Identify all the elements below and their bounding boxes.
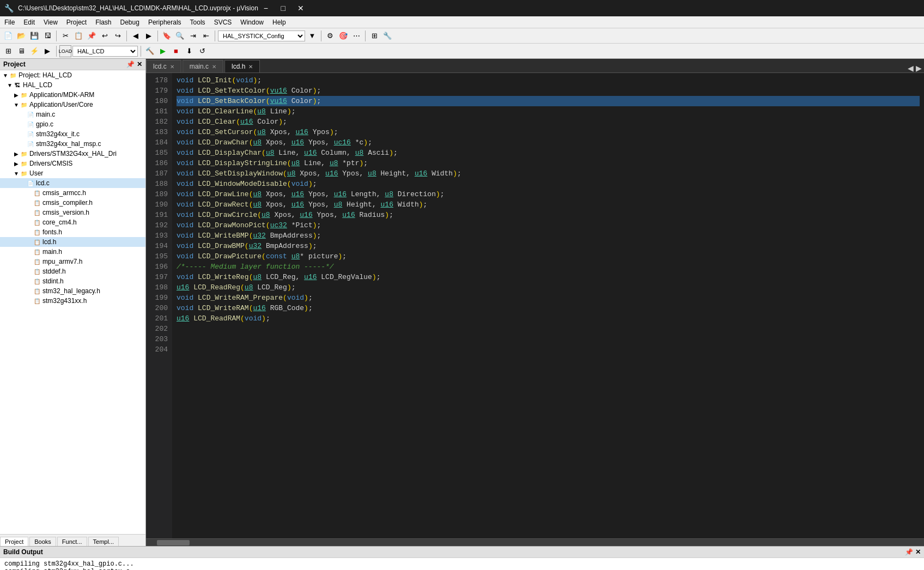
menu-item-svcs[interactable]: SVCS [210,17,236,27]
tree-item-10[interactable]: 📄lcd.c [0,178,145,188]
tab-close-btn[interactable]: ✕ [248,64,253,70]
build-output-content: compiling stm32g4xx_hal_gpio.c...compili… [0,558,924,570]
tb2-btn1[interactable]: ⊞ [2,45,14,57]
build-pin-btn[interactable]: 📌 [905,548,913,556]
tree-item-6[interactable]: 📄stm32g4xx_hal_msp.c [0,139,145,149]
menu-item-project[interactable]: Project [62,17,91,27]
nav-fwd-btn[interactable]: ▶ [143,30,155,42]
tb2-download[interactable]: ⬇ [183,45,195,57]
tb2-build[interactable]: 🔨 [144,45,156,57]
save-all-btn[interactable]: 🖫 [41,30,53,42]
grid-btn[interactable]: ⊞ [368,30,380,42]
new-file-btn[interactable]: 📄 [2,30,14,42]
project-tab-2[interactable]: Funct... [57,537,87,546]
bookmark-btn[interactable]: 🔖 [161,30,173,42]
tab-arrow-left[interactable]: ◀ [908,64,914,72]
redo-btn[interactable]: ↪ [112,30,124,42]
menu-item-view[interactable]: View [39,17,62,27]
cut-btn[interactable]: ✂ [59,30,71,42]
tb2-btn4[interactable]: ▶ [41,45,53,57]
paste-btn[interactable]: 📌 [86,30,98,42]
tree-item-2[interactable]: ▼📁Application/User/Core [0,100,145,110]
tree-item-4[interactable]: 📄gpio.c [0,119,145,129]
project-tab-3[interactable]: Templ... [88,537,119,546]
nav-back-btn[interactable]: ◀ [130,30,142,42]
target-btn[interactable]: 🎯 [337,30,349,42]
config-btn[interactable]: ⚙ [324,30,336,42]
tree-item-5[interactable]: 📄stm32g4xx_it.c [0,129,145,139]
project-tab-0[interactable]: Project [0,537,28,546]
line-num-180: 180 [150,96,168,106]
tab-arrow-right[interactable]: ▶ [916,64,922,72]
menu-item-flash[interactable]: Flash [91,17,115,27]
menu-item-tools[interactable]: Tools [186,17,210,27]
more-btn[interactable]: ⋯ [350,30,362,42]
tree-item-3[interactable]: 📄main.c [0,110,145,119]
menu-item-window[interactable]: Window [236,17,268,27]
tree-item-11[interactable]: 📋cmsis_armcc.h [0,188,145,198]
tree-item-21[interactable]: 📋stm32_hal_legacy.h [0,286,145,296]
code-line-195: void LCD_DrawBMP(u32 BmpAddress); [177,241,920,251]
tree-item-8[interactable]: ▶📁Drivers/CMSIS [0,159,145,168]
find-btn[interactable]: 🔍 [174,30,186,42]
build-close-btn[interactable]: ✕ [915,548,921,556]
tree-item-17[interactable]: 📋main.h [0,247,145,257]
tree-item-20[interactable]: 📋stdint.h [0,276,145,286]
tree-item-14[interactable]: 📋core_cm4.h [0,217,145,227]
tree-item-22[interactable]: 📋stm32g431xx.h [0,296,145,306]
close-button[interactable]: ✕ [293,3,308,14]
combo-go-btn[interactable]: ▼ [306,30,318,42]
project-close-btn[interactable]: ✕ [137,60,142,68]
maximize-button[interactable]: □ [276,3,291,14]
tb2-btn3[interactable]: ⚡ [28,45,40,57]
tab-scroll-actions[interactable]: ◀▶ [908,64,924,72]
open-btn[interactable]: 📂 [15,30,27,42]
tree-item-0[interactable]: ▼🏗HAL_LCD [0,80,145,90]
code-line-192: void LCD_DrawCircle(u8 Xpos, u16 Ypos, u… [177,210,920,220]
code-line-196: void LCD_DrawPicture(const u8* picture); [177,251,920,262]
tree-item-16[interactable]: 📋lcd.h [0,237,145,247]
code-line-182: void LCD_ClearLine(u8 Line); [177,106,920,117]
menu-item-edit[interactable]: Edit [19,17,39,27]
menu-item-file[interactable]: File [0,17,19,27]
editor-tab-lcd_h[interactable]: lcd.h✕ [224,60,260,72]
project-tab-1[interactable]: Books [29,537,56,546]
unindent-btn[interactable]: ⇤ [200,30,212,42]
code-content[interactable]: void LCD_Init(void);void LCD_SetTextColo… [172,73,924,538]
tree-item-9[interactable]: ▼📁User [0,168,145,178]
horizontal-scrollbar[interactable] [146,538,924,546]
tree-item-19[interactable]: 📋stddef.h [0,266,145,276]
project-pin-btn[interactable]: 📌 [126,60,135,68]
minimize-button[interactable]: − [258,3,273,14]
tb2-stop[interactable]: ■ [170,45,182,57]
tree-item-13[interactable]: 📋cmsis_version.h [0,208,145,217]
target-combo[interactable]: HAL_LCD [72,46,138,57]
tree-item-12[interactable]: 📋cmsis_compiler.h [0,198,145,208]
sep4 [215,31,215,41]
tb2-reset[interactable]: ↺ [196,45,208,57]
function-combo[interactable]: HAL_SYSTICK_Config [218,31,305,41]
editor-tab-main_c[interactable]: main.c✕ [183,60,223,72]
tree-root[interactable]: ▼📁Project: HAL_LCD [0,70,145,80]
indent-btn[interactable]: ⇥ [187,30,199,42]
project-tree: ▼📁Project: HAL_LCD▼🏗HAL_LCD▶📁Application… [0,70,145,534]
tree-item-15[interactable]: 📋fonts.h [0,227,145,237]
tree-item-7[interactable]: ▶📁Drivers/STM32G4xx_HAL_Dri [0,149,145,159]
menu-item-peripherals[interactable]: Peripherals [144,17,186,27]
tb2-run[interactable]: ▶ [157,45,169,57]
tb2-btn2[interactable]: 🖥 [15,45,27,57]
undo-btn[interactable]: ↩ [99,30,111,42]
copy-btn[interactable]: 📋 [72,30,84,42]
tab-close-btn[interactable]: ✕ [170,64,174,70]
tab-close-btn[interactable]: ✕ [212,64,216,70]
editor-tab-lcd_c[interactable]: lcd.c✕ [146,60,181,72]
menu-item-debug[interactable]: Debug [116,17,144,27]
tree-item-18[interactable]: 📋mpu_armv7.h [0,257,145,266]
tools-btn[interactable]: 🔧 [381,30,393,42]
tree-item-1[interactable]: ▶📁Application/MDK-ARM [0,90,145,100]
save-btn[interactable]: 💾 [28,30,40,42]
line-num-192: 192 [150,220,168,231]
tab-label: lcd.c [153,63,167,70]
line-num-200: 200 [150,303,168,313]
menu-item-help[interactable]: Help [268,17,290,27]
